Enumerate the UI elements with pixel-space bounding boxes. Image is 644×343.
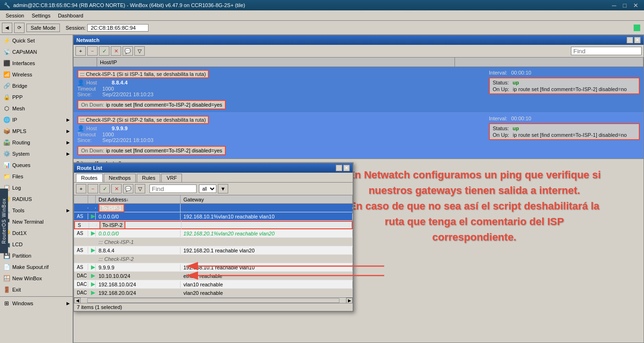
capsman-icon: 📡 [3, 48, 10, 56]
netwatch-enable-button[interactable]: ✓ [99, 46, 109, 56]
sidebar-label-exit: Exit [12, 287, 21, 293]
main-toolbar: ◀ ⟳ Safe Mode Session: [0, 21, 644, 35]
sidebar-item-partition[interactable]: 💾 Partition [0, 250, 73, 261]
sidebar-item-ip[interactable]: 🌐 IP ▶ [0, 114, 73, 125]
route-row-isp2-route[interactable]: AS ▶ 0.0.0.0/0 192.168.20.1%vlan20 reach… [74, 229, 353, 238]
route-filter-button[interactable]: ▽ [135, 184, 145, 193]
route-row-168-20[interactable]: DAC ▶ 192.168.20.0/24 vlan20 reachable [74, 289, 353, 297]
route-row-check-isp1-comment[interactable]: ::: Check-ISP-1 [74, 238, 353, 246]
netwatch-filter-button[interactable]: ▽ [134, 46, 145, 56]
entry2-status-row: Status: up [493, 125, 636, 131]
sidebar-item-queues[interactable]: 📊 Queues [0, 159, 73, 171]
sidebar-item-lcd[interactable]: 📺 LCD [0, 239, 73, 250]
route-dropdown-button[interactable]: ▼ [218, 184, 228, 193]
netwatch-entry-2[interactable]: ::: Check-ISP-2 (Si si ISP-2 falla, se d… [74, 113, 644, 159]
window-controls[interactable]: ─ □ ✕ [610, 2, 640, 9]
sidebar-item-log[interactable]: 📋 Log [0, 182, 73, 193]
quickset-icon: ⚡ [3, 37, 10, 44]
route-scope-select[interactable]: all [199, 184, 216, 193]
netwatch-restore-button[interactable]: □ [627, 37, 633, 43]
netwatch-add-button[interactable]: + [75, 46, 86, 56]
route-remove-button[interactable]: − [88, 184, 98, 193]
route-row-884[interactable]: AS ▶ 8.8.4.4 192.168.20.1 reachable vlan… [74, 246, 353, 255]
menu-settings[interactable]: Settings [28, 12, 54, 19]
back-button[interactable]: ◀ [2, 23, 12, 33]
tab-vrf[interactable]: VRF [161, 174, 182, 182]
scroll-right-button[interactable]: ▶ [346, 298, 353, 303]
row-999-flags: AS [74, 264, 88, 270]
route-enable-button[interactable]: ✓ [99, 184, 110, 193]
rt-th-dst[interactable]: Dst Address [96, 195, 181, 203]
route-row-isp2-name[interactable]: S To-ISP-2 [74, 221, 353, 229]
route-row-10[interactable]: DAC ▶ 10.10.10.0/24 ether8 reachable [74, 272, 353, 280]
tab-nexthops[interactable]: Nexthops [104, 174, 136, 182]
sidebar-item-files[interactable]: 📁 Files [0, 171, 73, 182]
refresh-button[interactable]: ⟳ [14, 23, 25, 33]
files-icon: 📁 [3, 173, 10, 180]
tab-rules[interactable]: Rules [137, 174, 160, 182]
route-scrollbar[interactable]: ◀ ▶ [74, 297, 353, 303]
entry2-ondown-row: On Down: ip route set [find comment=To-I… [77, 145, 479, 155]
route-row-168-10[interactable]: DAC ▶ 192.168.10.0/24 vlan10 reachable [74, 280, 353, 289]
route-add-button[interactable]: + [76, 184, 86, 193]
route-list-window: Route List □ ✕ Routes Nexthops Rules VRF… [73, 162, 354, 312]
close-button[interactable]: ✕ [631, 2, 640, 9]
entry2-interval-row: Interval: 00:00:10 [489, 116, 640, 121]
scroll-left-button[interactable]: ◀ [74, 298, 81, 303]
netwatch-find-input[interactable] [571, 47, 642, 55]
sidebar-item-new-winbox[interactable]: 🪟 New WinBox [0, 273, 73, 284]
session-input[interactable] [87, 24, 149, 32]
route-row-check-isp2-comment[interactable]: ::: Check-ISP-2 [74, 255, 353, 263]
sidebar-item-windows[interactable]: ⊞ Windows ▶ [0, 298, 73, 309]
netwatch-comment-button[interactable]: 💬 [123, 46, 133, 56]
row-isp2r-gateway: 192.168.20.1%vlan20 reachable vlan20 [181, 230, 353, 237]
route-row-isp1-name[interactable]: To-ISP-1 [74, 204, 353, 212]
sidebar-item-quickset[interactable]: ⚡ Quick Set [0, 35, 73, 46]
sidebar-item-new-terminal[interactable]: 🖥️ New Terminal [0, 216, 73, 227]
netwatch-disable-button[interactable]: ✕ [111, 46, 121, 56]
route-window-controls[interactable]: □ ✕ [336, 165, 350, 171]
sidebar-item-dot1x[interactable]: 🔑 Dot1X [0, 227, 73, 239]
route-restore-button[interactable]: □ [336, 165, 342, 171]
maximize-button[interactable]: □ [621, 2, 628, 9]
windows-icon: ⊞ [3, 300, 10, 307]
entry2-since-label: Since: [77, 137, 101, 143]
route-row-999[interactable]: AS ▶ 9.9.9.9 192.168.10.1 reachable vlan… [74, 263, 353, 272]
sidebar-item-ppp[interactable]: 🔒 PPP [0, 92, 73, 103]
route-comment-button[interactable]: 💬 [123, 184, 133, 193]
sidebar-item-mpls[interactable]: 📦 MPLS ▶ [0, 125, 73, 137]
entry1-host-row: 👤 Host 8.8.4.4 [77, 79, 479, 86]
minimize-button[interactable]: ─ [610, 2, 618, 9]
netwatch-window-controls[interactable]: □ ✕ [627, 37, 641, 43]
entry1-status-label: Status: [493, 80, 509, 85]
entry1-interval-label: Interval: [489, 70, 507, 75]
netwatch-entry-1[interactable]: ::: Check-ISP-1 (Si si ISP-1 falla, se d… [74, 67, 644, 113]
sidebar-label-mpls: MPLS [12, 128, 26, 134]
sidebar-item-make-supout[interactable]: 📄 Make Supout.rif [0, 261, 73, 273]
netwatch-remove-button[interactable]: − [87, 46, 98, 56]
sidebar-label-new-winbox: New WinBox [12, 276, 42, 281]
menu-dashboard[interactable]: Dashboard [54, 12, 87, 19]
route-rows: To-ISP-1 AS ▶ 0.0.0.0/0 192.168.10.1%vla… [74, 204, 353, 297]
netwatch-close-button[interactable]: ✕ [634, 37, 641, 43]
sidebar-item-capsman[interactable]: 📡 CAPsMAN [0, 46, 73, 58]
tab-routes[interactable]: Routes [76, 174, 103, 182]
menu-session[interactable]: Session [2, 12, 28, 19]
supout-icon: 📄 [3, 263, 10, 271]
sidebar-item-wireless[interactable]: 📶 Wireless [0, 69, 73, 80]
route-disable-button[interactable]: ✕ [111, 184, 122, 193]
sidebar-item-interfaces[interactable]: ⬛ Interfaces [0, 58, 73, 69]
safe-mode-button[interactable]: Safe Mode [26, 24, 60, 32]
route-row-isp1-route[interactable]: AS ▶ 0.0.0.0/0 192.168.10.1%vlan10 reach… [74, 212, 353, 221]
sidebar-item-exit[interactable]: 🚪 Exit [0, 284, 73, 295]
route-find-input[interactable] [149, 184, 197, 193]
route-close-button[interactable]: ✕ [343, 165, 350, 171]
row-isp1-gateway [181, 208, 353, 209]
sidebar-item-radius[interactable]: 🔐 RADIUS [0, 193, 73, 205]
scroll-track[interactable] [87, 298, 339, 303]
sidebar-item-mesh[interactable]: ⬡ Mesh [0, 103, 73, 114]
sidebar-item-system[interactable]: ⚙️ System ▶ [0, 148, 73, 159]
sidebar-item-bridge[interactable]: 🔗 Bridge [0, 80, 73, 92]
sidebar-item-routing[interactable]: 🛣️ Routing ▶ [0, 137, 73, 148]
sidebar-item-tools[interactable]: 🔧 Tools ▶ [0, 205, 73, 216]
